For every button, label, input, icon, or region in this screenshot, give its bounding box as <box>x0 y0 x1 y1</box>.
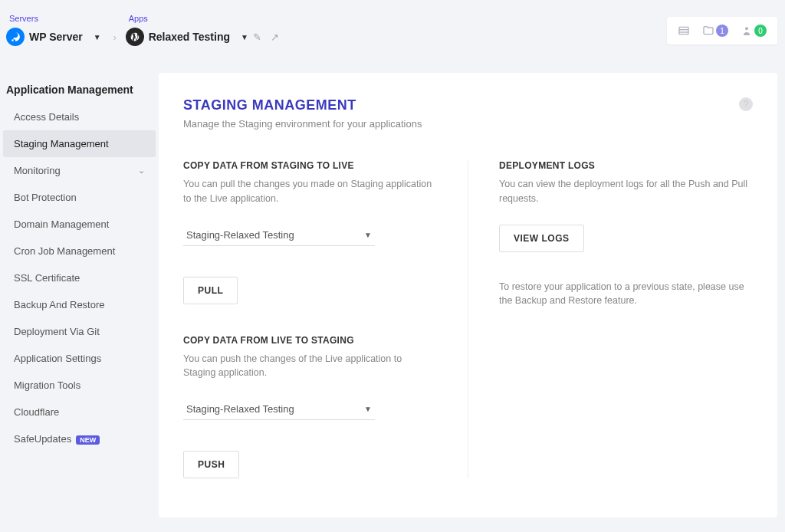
caret-down-icon: ▼ <box>364 405 372 413</box>
sidebar-item-cloudflare[interactable]: Cloudflare <box>3 399 156 425</box>
sidebar-item-backup-restore[interactable]: Backup And Restore <box>3 291 156 318</box>
sidebar-item-application-settings[interactable]: Application Settings <box>3 345 156 372</box>
sidebar-item-bot-protection[interactable]: Bot Protection <box>3 184 156 211</box>
deployment-logs-section: DEPLOYMENT LOGS You can view the deploym… <box>468 160 753 478</box>
breadcrumb-separator-icon: › <box>113 32 117 43</box>
push-target-select[interactable]: Staging-Relaxed Testing ▼ <box>183 399 375 420</box>
digitalocean-icon <box>6 28 25 46</box>
restore-note: To restore your application to a previou… <box>499 280 753 309</box>
sidebar-item-deployment-git[interactable]: Deployment Via Git <box>3 318 156 345</box>
top-right-toolbar: 1 0 <box>667 17 777 44</box>
page-title: STAGING MANAGEMENT <box>183 97 753 113</box>
user-icon[interactable]: 0 <box>741 25 767 37</box>
sidebar-item-safeupdates[interactable]: SafeUpdatesNEW <box>3 425 156 452</box>
caret-down-icon: ▼ <box>364 231 372 239</box>
new-badge: NEW <box>76 435 100 445</box>
list-icon[interactable] <box>678 25 690 37</box>
svg-point-4 <box>745 27 748 30</box>
top-breadcrumb-bar: Servers WP Server ▼ › Apps Relaxed Testi… <box>0 0 785 57</box>
sidebar-item-domain-management[interactable]: Domain Management <box>3 211 156 238</box>
copy-to-staging-desc: You can push the changes of the Live app… <box>183 352 437 381</box>
sidebar-item-staging-management[interactable]: Staging Management <box>3 130 156 157</box>
folder-badge: 1 <box>716 25 728 37</box>
main-panel: ? STAGING MANAGEMENT Manage the Staging … <box>159 73 777 517</box>
edit-icon[interactable]: ✎ <box>253 31 261 43</box>
sidebar: Application Management Access Details St… <box>0 57 159 517</box>
copy-to-live-title: COPY DATA FROM STAGING TO LIVE <box>183 160 437 171</box>
page-subtitle: Manage the Staging environment for your … <box>183 118 753 130</box>
copy-to-staging-title: COPY DATA FROM LIVE TO STAGING <box>183 335 437 346</box>
wordpress-icon <box>126 28 144 46</box>
sidebar-item-access-details[interactable]: Access Details <box>3 103 156 130</box>
logs-title: DEPLOYMENT LOGS <box>499 160 753 171</box>
svg-rect-1 <box>679 27 688 34</box>
folder-icon[interactable]: 1 <box>702 25 728 37</box>
sidebar-heading: Application Management <box>0 84 159 103</box>
copy-live-to-staging-section: COPY DATA FROM LIVE TO STAGING You can p… <box>183 335 437 479</box>
push-select-value: Staging-Relaxed Testing <box>186 403 294 415</box>
sidebar-item-cron-job[interactable]: Cron Job Management <box>3 238 156 264</box>
copy-staging-to-live-section: COPY DATA FROM STAGING TO LIVE You can p… <box>183 160 437 304</box>
copy-to-live-desc: You can pull the changes you made on Sta… <box>183 177 437 206</box>
sidebar-item-migration-tools[interactable]: Migration Tools <box>3 372 156 399</box>
user-badge: 0 <box>754 25 767 37</box>
pull-source-select[interactable]: Staging-Relaxed Testing ▼ <box>183 225 375 246</box>
push-button[interactable]: PUSH <box>183 451 239 478</box>
external-link-icon[interactable]: ↗ <box>271 31 279 43</box>
app-dropdown-caret[interactable]: ▼ <box>241 33 248 41</box>
servers-label: Servers <box>9 14 101 23</box>
apps-label: Apps <box>129 14 284 23</box>
view-logs-button[interactable]: VIEW LOGS <box>499 225 584 252</box>
pull-select-value: Staging-Relaxed Testing <box>186 229 294 241</box>
sidebar-item-monitoring[interactable]: Monitoring⌄ <box>3 157 156 184</box>
server-dropdown-caret[interactable]: ▼ <box>94 33 101 41</box>
server-breadcrumb: Servers WP Server ▼ <box>6 14 101 46</box>
sidebar-item-ssl[interactable]: SSL Certificate <box>3 264 156 291</box>
help-icon[interactable]: ? <box>739 97 753 111</box>
server-name[interactable]: WP Server <box>29 31 83 43</box>
logs-desc: You can view the deployment logs for all… <box>499 177 753 206</box>
app-breadcrumb: Apps Relaxed Testing ▼ ✎ ↗ <box>126 14 284 46</box>
pull-button[interactable]: PULL <box>183 277 238 304</box>
app-name[interactable]: Relaxed Testing <box>149 31 230 43</box>
chevron-down-icon: ⌄ <box>138 166 145 176</box>
